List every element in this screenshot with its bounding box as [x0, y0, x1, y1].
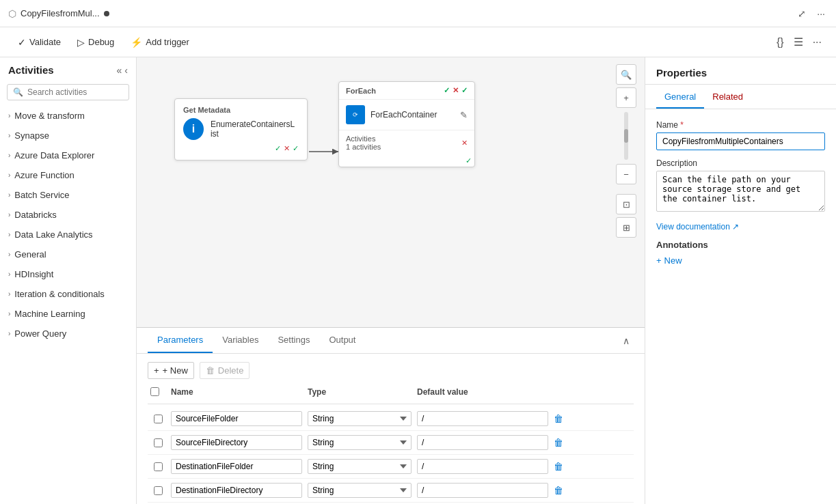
sidebar-item-azure-function[interactable]: › Azure Function — [0, 165, 136, 185]
foreach-header: ForEach ✓ ✕ ✓ — [339, 82, 474, 100]
monitor-button[interactable]: ☰ — [790, 32, 807, 52]
properties-panel: Properties General Related Name * Descri… — [645, 57, 836, 504]
type-select-1[interactable]: StringIntBool — [308, 411, 412, 426]
foreach-edit-icon[interactable]: ✎ — [460, 110, 468, 120]
main-layout: Activities « ‹ 🔍 › Move & transform › Sy… — [0, 57, 836, 504]
description-textarea[interactable]: Scan the file path on your source storag… — [656, 171, 825, 212]
node-bottom-actions: ✓ ✕ ✓ — [183, 144, 299, 153]
foreach-icon: ⟳ — [346, 105, 365, 124]
chevron-right-icon: › — [8, 171, 10, 179]
name-input[interactable] — [656, 132, 825, 150]
arrange-button[interactable]: ⊞ — [616, 217, 636, 238]
bottom-content: + + New 🗑 Delete Name Type — [137, 354, 645, 504]
zoom-out-button[interactable]: − — [616, 164, 636, 184]
foreach-bottom-success: ✓ — [466, 156, 472, 165]
sidebar-item-synapse[interactable]: › Synapse — [0, 126, 136, 145]
foreach-node[interactable]: ForEach ✓ ✕ ✓ ⟳ ForEachContainer ✎ Activ… — [338, 81, 475, 167]
default-value-input-3[interactable] — [417, 459, 548, 474]
sidebar-item-azure-data-explorer[interactable]: › Azure Data Explorer — [0, 145, 136, 165]
fit-to-view-button[interactable]: ⊡ — [616, 194, 636, 214]
pipeline-canvas[interactable]: Get Metadata i EnumerateContainersL ist … — [137, 57, 645, 327]
name-cell — [168, 458, 305, 475]
sidebar-item-general[interactable]: › General — [0, 244, 136, 264]
plus-icon: + — [154, 365, 159, 376]
sidebar-collapse-btn[interactable]: « — [117, 65, 122, 76]
row-checkbox-3[interactable] — [154, 462, 163, 471]
sidebar-pin-btn[interactable]: ‹ — [124, 65, 128, 76]
default-value-input-1[interactable] — [417, 411, 548, 426]
tab-general[interactable]: General — [656, 85, 704, 109]
trigger-icon: ⚡ — [131, 37, 142, 48]
canvas-area: Get Metadata i EnumerateContainersL ist … — [137, 57, 645, 504]
tab-parameters[interactable]: Parameters — [148, 328, 213, 353]
actions-header — [551, 386, 578, 400]
new-parameter-button[interactable]: + + New — [148, 362, 194, 379]
add-trigger-button[interactable]: ⚡ Add trigger — [124, 33, 196, 51]
delete-row-3[interactable]: 🗑 — [554, 461, 563, 472]
default-value-cell — [414, 458, 551, 475]
row-checkbox-2[interactable] — [154, 438, 163, 447]
type-select-3[interactable]: StringIntBool — [308, 459, 412, 474]
row-checkbox-cell — [148, 437, 168, 449]
delete-row-2[interactable]: 🗑 — [554, 437, 563, 448]
more-button[interactable]: ··· — [814, 7, 828, 20]
name-header: Name — [168, 386, 305, 400]
zoom-in-button[interactable]: + — [616, 87, 636, 108]
view-docs-link[interactable]: View documentation ↗ — [656, 222, 825, 232]
row-checkbox-4[interactable] — [154, 486, 163, 495]
validate-button[interactable]: ✓ Validate — [11, 33, 68, 51]
default-value-input-2[interactable] — [417, 435, 548, 450]
tab-variables[interactable]: Variables — [213, 328, 268, 353]
chevron-right-icon: › — [8, 270, 10, 278]
default-value-cell — [414, 434, 551, 451]
chevron-right-icon: › — [8, 191, 10, 199]
more-options-button[interactable]: ··· — [809, 32, 825, 52]
type-select-4[interactable]: StringIntBool — [308, 483, 412, 498]
sidebar-item-hdinsight[interactable]: › HDInsight — [0, 264, 136, 284]
name-cell — [168, 410, 305, 428]
sidebar-item-batch-service[interactable]: › Batch Service — [0, 185, 136, 205]
select-all-checkbox[interactable] — [150, 387, 159, 396]
delete-cell: 🗑 — [551, 412, 578, 425]
default-value-cell — [414, 481, 551, 499]
sidebar-item-label: Move & transform — [14, 111, 85, 121]
type-select-2[interactable]: StringIntBool — [308, 435, 412, 450]
chevron-right-icon: › — [8, 290, 10, 298]
expand-button[interactable]: ⤢ — [795, 7, 809, 20]
foreach-delete-icon[interactable]: ✕ — [461, 139, 468, 148]
sidebar-header: Activities « ‹ — [0, 57, 136, 80]
default-value-input-4[interactable] — [417, 483, 548, 498]
name-input-4[interactable] — [171, 483, 302, 498]
search-input[interactable] — [27, 87, 123, 97]
get-metadata-node[interactable]: Get Metadata i EnumerateContainersL ist … — [174, 98, 308, 160]
sidebar-item-iteration-conditionals[interactable]: › Iteration & conditionals — [0, 284, 136, 304]
delete-parameter-button[interactable]: 🗑 Delete — [200, 362, 250, 379]
node-body: i EnumerateContainersL ist — [183, 118, 299, 140]
properties-tabs: General Related — [645, 85, 836, 109]
sidebar-item-power-query[interactable]: › Power Query — [0, 324, 136, 344]
tab-related[interactable]: Related — [704, 85, 751, 109]
sidebar-header-icons: « ‹ — [117, 65, 128, 76]
node-title: Get Metadata — [183, 106, 299, 114]
delete-row-4[interactable]: 🗑 — [554, 485, 563, 496]
bottom-collapse-button[interactable]: ∧ — [619, 331, 634, 350]
sidebar-item-machine-learning[interactable]: › Machine Learning — [0, 304, 136, 324]
tab-settings[interactable]: Settings — [268, 328, 319, 353]
bottom-tabs: Parameters Variables Settings Output ∧ — [137, 328, 645, 354]
sidebar-item-move-transform[interactable]: › Move & transform — [0, 106, 136, 126]
sidebar-item-data-lake-analytics[interactable]: › Data Lake Analytics — [0, 225, 136, 244]
add-annotation-button[interactable]: + New — [656, 255, 682, 266]
delete-row-1[interactable]: 🗑 — [554, 413, 563, 424]
debug-button[interactable]: ▷ Debug — [70, 33, 121, 51]
tab-output[interactable]: Output — [319, 328, 365, 353]
code-button[interactable]: {} — [773, 32, 787, 52]
sidebar-item-label: Databricks — [14, 210, 56, 220]
name-input-1[interactable] — [171, 411, 302, 426]
table-row: StringIntBool 🗑 — [148, 455, 634, 479]
name-input-2[interactable] — [171, 435, 302, 450]
row-checkbox-1[interactable] — [154, 415, 163, 423]
sidebar-item-databricks[interactable]: › Databricks — [0, 205, 136, 225]
toolbar-right: {} ☰ ··· — [773, 32, 825, 52]
name-input-3[interactable] — [171, 459, 302, 474]
zoom-search-button[interactable]: 🔍 — [616, 64, 636, 85]
